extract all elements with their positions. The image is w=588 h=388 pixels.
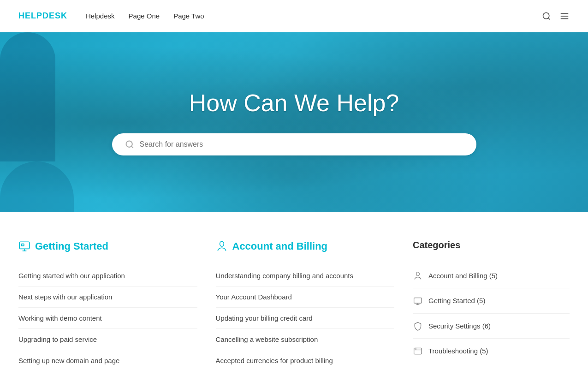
menu-button[interactable]	[559, 11, 570, 21]
getting-started-title: Getting Started	[18, 240, 197, 252]
nav-link-page-one[interactable]: Page One	[129, 12, 160, 20]
account-billing-category-icon	[413, 271, 423, 281]
list-item[interactable]: Setting up new domain and page	[18, 350, 197, 371]
troubleshooting-category-icon	[413, 346, 423, 356]
search-bar	[112, 133, 476, 155]
search-bar-icon	[125, 140, 134, 149]
getting-started-section: Getting Started Getting started with our…	[18, 240, 197, 371]
navbar: HELPDESK Helpdesk Page One Page Two	[0, 0, 588, 32]
list-item[interactable]: Updating your billing credit card	[216, 308, 395, 329]
svg-rect-14	[414, 348, 422, 354]
hero-section: How Can We Help?	[0, 32, 588, 212]
svg-rect-11	[414, 298, 422, 303]
category-label: Account and Billing (5)	[428, 272, 498, 280]
category-label: Security Settings (6)	[428, 322, 491, 330]
category-item-security-settings[interactable]: Security Settings (6)	[413, 314, 570, 339]
search-icon	[542, 12, 551, 21]
hero-title: How Can We Help?	[9, 89, 579, 117]
list-item[interactable]: Your Account Dashboard	[216, 287, 395, 308]
list-item[interactable]: Upgrading to paid service	[18, 329, 197, 350]
category-item-troubleshooting[interactable]: Troubleshooting (5)	[413, 339, 570, 363]
main-content: Getting Started Getting started with our…	[0, 212, 588, 388]
search-input[interactable]	[140, 140, 463, 149]
account-billing-title: Account and Billing	[216, 240, 395, 252]
nav-item-page-one[interactable]: Page One	[129, 12, 160, 20]
brand-logo[interactable]: HELPDESK	[18, 11, 67, 21]
list-item[interactable]: Working with demo content	[18, 308, 197, 329]
svg-line-1	[548, 18, 550, 19]
category-item-account-billing[interactable]: Account and Billing (5)	[413, 263, 570, 288]
search-button[interactable]	[542, 12, 551, 21]
list-item[interactable]: Cancelling a website subscription	[216, 329, 395, 350]
svg-line-6	[131, 146, 133, 148]
nav-link-page-two[interactable]: Page Two	[173, 12, 204, 20]
category-label: Troubleshooting (5)	[428, 347, 488, 355]
silhouette-2	[0, 161, 74, 212]
list-item[interactable]: Next steps with our application	[18, 287, 197, 308]
svg-point-5	[126, 141, 132, 147]
navbar-icons	[542, 11, 570, 21]
account-billing-icon	[216, 240, 228, 252]
category-item-getting-started[interactable]: Getting Started (5)	[413, 288, 570, 313]
list-item[interactable]: Understanding company billing and accoun…	[216, 265, 395, 287]
category-list: Account and Billing (5) Getting Started …	[413, 263, 570, 363]
nav-link-helpdesk[interactable]: Helpdesk	[86, 12, 115, 20]
list-item[interactable]: Getting started with our application	[18, 265, 197, 287]
nav-item-helpdesk[interactable]: Helpdesk	[86, 12, 115, 20]
search-icon-hero	[125, 140, 134, 149]
getting-started-category-icon	[413, 296, 423, 305]
list-item[interactable]: Accepted currencies for product billing	[216, 350, 395, 371]
hamburger-icon	[559, 11, 570, 21]
svg-point-0	[543, 12, 549, 18]
category-label: Getting Started (5)	[428, 297, 485, 304]
svg-rect-10	[22, 244, 24, 246]
security-settings-category-icon	[413, 321, 423, 331]
getting-started-icon	[18, 240, 30, 252]
svg-rect-7	[19, 242, 30, 249]
categories-title: Categories	[413, 240, 570, 251]
nav-item-page-two[interactable]: Page Two	[173, 12, 204, 20]
account-billing-list: Understanding company billing and accoun…	[216, 265, 395, 371]
nav-menu: Helpdesk Page One Page Two	[86, 12, 542, 20]
account-billing-section: Account and Billing Understanding compan…	[216, 240, 395, 371]
categories-section: Categories Account and Billing (5)	[413, 240, 570, 371]
getting-started-list: Getting started with our application Nex…	[18, 265, 197, 371]
hero-content: How Can We Help?	[0, 89, 588, 155]
